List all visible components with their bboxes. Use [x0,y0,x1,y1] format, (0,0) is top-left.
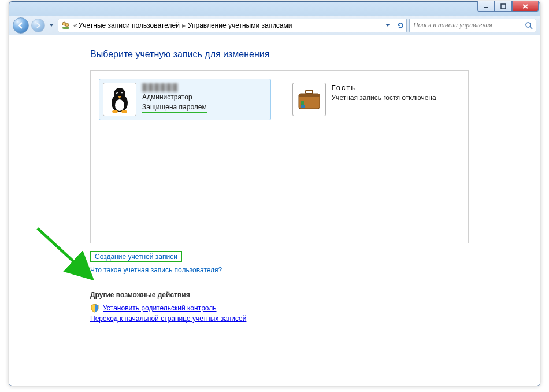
svg-point-14 [117,93,118,94]
refresh-icon [396,21,405,29]
svg-point-16 [112,110,118,113]
toolbar: « Учетные записи пользователей ▸ Управле… [9,16,540,35]
breadcrumb-item-manage-accounts[interactable]: Управление учетными записами [188,21,292,29]
back-button[interactable] [13,17,29,34]
breadcrumb-back-chevron[interactable]: « [72,21,79,29]
account-info: ██████ Администратор Защищена паролем [142,83,207,113]
svg-rect-6 [62,27,69,29]
avatar [292,83,326,116]
window-controls [477,1,539,12]
breadcrumb-item-user-accounts[interactable]: Учетные записи пользователей [79,21,180,29]
forward-button[interactable] [31,19,45,32]
page-title: Выберите учетную запись для изменения [90,49,540,60]
svg-rect-21 [301,101,304,105]
search-input[interactable] [412,20,524,30]
svg-point-10 [115,99,124,111]
arrow-right-icon [35,22,42,29]
breadcrumb-separator-icon: ▸ [180,21,188,29]
user-accounts-icon [61,20,71,31]
suitcase-icon [295,86,323,113]
account-card-admin[interactable]: ██████ Администратор Защищена паролем [99,79,271,120]
link-create-account[interactable]: Создание учетной записи [90,251,182,262]
window-titlebar [9,2,540,16]
breadcrumb[interactable]: « Учетные записи пользователей ▸ Управле… [58,19,407,32]
maximize-icon [500,3,506,9]
svg-rect-20 [306,90,313,94]
link-what-is-account[interactable]: Что такое учетная запись пользователя? [90,266,222,274]
svg-point-15 [121,93,123,94]
search-icon [524,21,533,30]
nav-history-dropdown[interactable] [47,20,55,31]
account-name: ██████ [142,83,207,93]
svg-point-5 [65,23,69,27]
close-button[interactable] [512,1,539,12]
link-parental-control[interactable]: Установить родительский контроль [103,304,217,312]
svg-rect-1 [501,4,506,9]
account-status: Учетная запись гостя отключена [332,93,436,103]
refresh-button[interactable] [394,19,406,32]
control-panel-window: « Учетные записи пользователей ▸ Управле… [9,1,540,386]
accounts-list: ██████ Администратор Защищена паролем [90,70,469,243]
account-info: Гость Учетная запись гостя отключена [332,83,436,103]
chevron-down-icon [385,24,390,27]
minimize-icon [483,3,489,9]
content-area: Выберите учетную запись для изменения [9,35,540,384]
search-box[interactable] [409,19,536,32]
svg-line-8 [530,27,532,29]
penguin-icon [106,86,133,113]
avatar [103,83,136,116]
minimize-button[interactable] [477,1,495,12]
shield-icon [90,304,99,313]
svg-point-17 [121,110,127,113]
link-accounts-home[interactable]: Переход к начальной странице учетных зап… [90,315,246,323]
close-icon [522,3,529,9]
account-role: Администратор [142,93,207,102]
maximize-button[interactable] [495,1,512,12]
chevron-down-icon [49,24,54,27]
arrow-left-icon [17,21,25,29]
breadcrumb-dropdown[interactable] [381,19,394,32]
account-card-guest[interactable]: Гость Учетная запись гостя отключена [288,79,461,120]
svg-point-7 [526,23,531,27]
other-actions: Другие возможные действия Установить род… [90,291,540,323]
account-password-status: Защищена паролем [142,102,207,114]
other-actions-heading: Другие возможные действия [90,291,540,299]
account-name: Гость [332,83,436,93]
links-section: Создание учетной записи Что такое учетна… [90,249,540,276]
svg-rect-22 [301,105,305,108]
